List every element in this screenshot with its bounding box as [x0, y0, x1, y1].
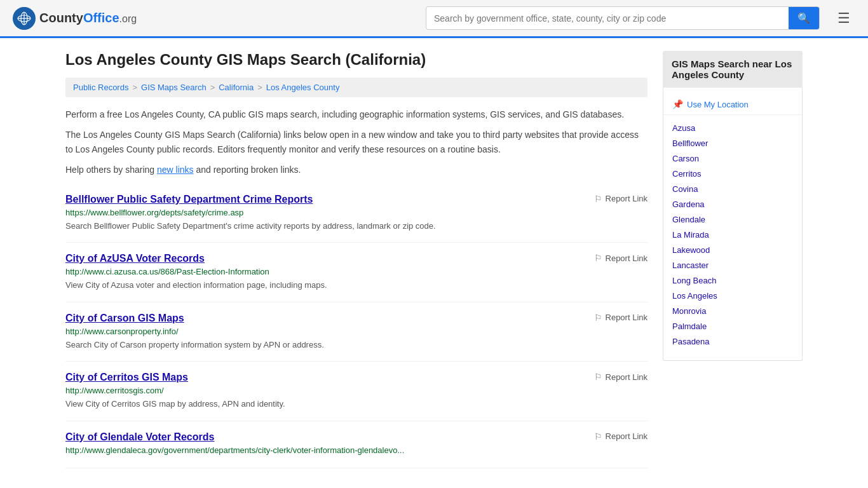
sidebar-city-item: Cerritos [663, 166, 802, 181]
result-url-1[interactable]: http://www.ci.azusa.ca.us/868/Past-Elect… [65, 267, 648, 276]
result-header-0: Bellflower Public Safety Department Crim… [65, 194, 648, 205]
report-link-4[interactable]: ⚐ Report Link [594, 431, 648, 442]
new-links-link[interactable]: new links [157, 165, 194, 175]
logo-text: CountyOffice.org [39, 11, 137, 25]
sidebar-city-link-6[interactable]: Glendale [672, 215, 705, 224]
results-list: Bellflower Public Safety Department Crim… [65, 184, 648, 468]
report-icon-2: ⚐ [594, 313, 602, 323]
sidebar-city-item: Los Angeles [663, 288, 802, 303]
sidebar-city-link-2[interactable]: Carson [672, 154, 699, 163]
result-item: City of AzUSA Voter Records ⚐ Report Lin… [65, 243, 648, 302]
menu-button[interactable]: ☰ [832, 8, 855, 29]
logo-icon [13, 7, 36, 30]
sidebar-content: 📌 Use My Location AzusaBellflowerCarsonC… [663, 88, 803, 361]
description-3-post: and reporting broken links. [194, 165, 301, 175]
breadcrumb: Public Records > GIS Maps Search > Calif… [65, 78, 648, 97]
result-item: City of Cerritos GIS Maps ⚐ Report Link … [65, 362, 648, 421]
result-header-1: City of AzUSA Voter Records ⚐ Report Lin… [65, 253, 648, 264]
search-button[interactable]: 🔍 [789, 7, 819, 29]
result-header-3: City of Cerritos GIS Maps ⚐ Report Link [65, 372, 648, 383]
sidebar-city-item: Long Beach [663, 273, 802, 288]
result-item: Bellflower Public Safety Department Crim… [65, 184, 648, 243]
content-area: Los Angeles County GIS Maps Search (Cali… [65, 51, 648, 468]
result-desc-1: View City of Azusa voter and election in… [65, 279, 648, 292]
result-url-3[interactable]: http://www.cerritosgis.com/ [65, 386, 648, 395]
use-location-label: Use My Location [687, 100, 749, 109]
logo-office: Office [83, 11, 119, 25]
sidebar-city-item: Gardena [663, 196, 802, 212]
result-title-1[interactable]: City of AzUSA Voter Records [65, 253, 205, 264]
report-link-1[interactable]: ⚐ Report Link [594, 253, 648, 263]
result-desc-2: Search City of Carson property informati… [65, 339, 648, 351]
result-title-2[interactable]: City of Carson GIS Maps [65, 313, 184, 324]
sidebar-city-link-11[interactable]: Los Angeles [672, 291, 717, 301]
sidebar-city-item: Glendale [663, 212, 802, 227]
report-icon-4: ⚐ [594, 431, 602, 442]
sidebar-city-link-7[interactable]: La Mirada [672, 230, 709, 240]
result-item: City of Carson GIS Maps ⚐ Report Link ht… [65, 302, 648, 362]
sidebar-city-link-3[interactable]: Cerritos [672, 169, 702, 179]
breadcrumb-la-county[interactable]: Los Angeles County [266, 83, 340, 92]
sidebar-city-link-14[interactable]: Pasadena [672, 337, 710, 346]
logo-link[interactable]: CountyOffice.org [13, 7, 137, 30]
breadcrumb-california[interactable]: California [219, 83, 254, 92]
result-desc-0: Search Bellflower Public Safety Departme… [65, 220, 648, 233]
result-url-0[interactable]: https://www.bellflower.org/depts/safety/… [65, 208, 648, 217]
report-link-2[interactable]: ⚐ Report Link [594, 313, 648, 323]
result-header-2: City of Carson GIS Maps ⚐ Report Link [65, 313, 648, 324]
breadcrumb-public-records[interactable]: Public Records [73, 83, 128, 92]
result-url-4[interactable]: http://www.glendaleca.gov/government/dep… [65, 445, 648, 455]
sidebar-city-item: Lakewood [663, 242, 802, 257]
sidebar-city-link-13[interactable]: Palmdale [672, 322, 707, 331]
report-link-0[interactable]: ⚐ Report Link [594, 194, 648, 204]
city-list: AzusaBellflowerCarsonCerritosCovinaGarde… [663, 115, 802, 354]
result-title-3[interactable]: City of Cerritos GIS Maps [65, 372, 188, 383]
result-title-4[interactable]: City of Glendale Voter Records [65, 431, 214, 443]
result-desc-3: View City of Cerritos GIS map by address… [65, 398, 648, 410]
sidebar-header: GIS Maps Search near Los Angeles County [663, 51, 803, 88]
location-pin-icon: 📌 [672, 99, 683, 109]
breadcrumb-sep-1: > [132, 83, 137, 92]
sidebar-city-item: Lancaster [663, 257, 802, 273]
report-icon-3: ⚐ [594, 372, 602, 382]
sidebar-city-item: Monrovia [663, 303, 802, 318]
sidebar-city-link-4[interactable]: Covina [672, 184, 698, 194]
report-label-0: Report Link [606, 194, 648, 203]
breadcrumb-sep-3: > [257, 83, 262, 92]
sidebar-city-item: Carson [663, 151, 802, 166]
use-my-location[interactable]: 📌 Use My Location [663, 94, 802, 115]
sidebar: GIS Maps Search near Los Angeles County … [663, 51, 803, 468]
breadcrumb-sep-2: > [210, 83, 215, 92]
page-title: Los Angeles County GIS Maps Search (Cali… [65, 51, 648, 69]
report-label-4: Report Link [606, 431, 648, 441]
report-icon-1: ⚐ [594, 253, 602, 263]
breadcrumb-gis-maps[interactable]: GIS Maps Search [141, 83, 207, 92]
result-header-4: City of Glendale Voter Records ⚐ Report … [65, 431, 648, 443]
sidebar-city-item: Pasadena [663, 334, 802, 349]
report-label-1: Report Link [606, 254, 648, 263]
search-bar: 🔍 [426, 6, 820, 30]
sidebar-city-link-8[interactable]: Lakewood [672, 245, 710, 255]
sidebar-city-item: Covina [663, 181, 802, 196]
sidebar-city-item: Palmdale [663, 318, 802, 334]
sidebar-city-link-10[interactable]: Long Beach [672, 276, 716, 285]
sidebar-city-link-5[interactable]: Gardena [672, 200, 705, 209]
sidebar-city-item: Bellflower [663, 135, 802, 151]
sidebar-city-link-12[interactable]: Monrovia [672, 306, 706, 316]
sidebar-city-link-0[interactable]: Azusa [672, 123, 695, 133]
sidebar-city-item: La Mirada [663, 227, 802, 242]
result-url-2[interactable]: http://www.carsonproperty.info/ [65, 327, 648, 336]
sidebar-city-link-9[interactable]: Lancaster [672, 261, 709, 270]
sidebar-city-item: Azusa [663, 120, 802, 135]
main-container: Los Angeles County GIS Maps Search (Cali… [53, 38, 815, 481]
description-1: Perform a free Los Angeles County, CA pu… [65, 107, 648, 121]
sidebar-city-link-1[interactable]: Bellflower [672, 139, 708, 148]
result-title-0[interactable]: Bellflower Public Safety Department Crim… [65, 194, 313, 205]
header: CountyOffice.org 🔍 ☰ [0, 0, 868, 38]
report-label-2: Report Link [606, 313, 648, 322]
report-label-3: Report Link [606, 372, 648, 382]
search-input[interactable] [426, 8, 789, 29]
description-3-pre: Help others by sharing [65, 165, 157, 175]
report-link-3[interactable]: ⚐ Report Link [594, 372, 648, 382]
report-icon-0: ⚐ [594, 194, 602, 204]
